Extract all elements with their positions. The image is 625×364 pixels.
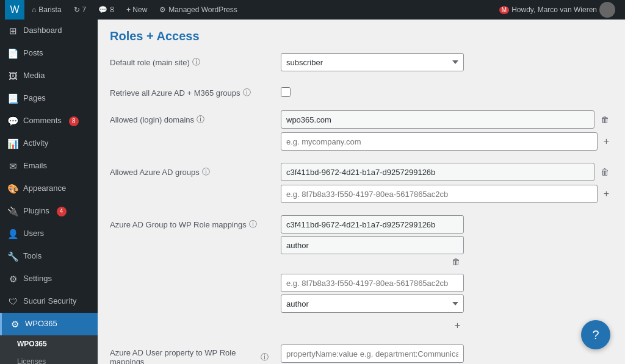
sidebar-subitem-wpo365-main[interactable]: WPO365 [0, 335, 98, 353]
sidebar-label-activity: Activity [23, 138, 48, 149]
allowed-domains-existing-input[interactable] [281, 110, 594, 129]
site-icon: ⌂ [32, 5, 36, 14]
wpo365-icon: ⚙ [9, 318, 20, 330]
sidebar-item-media[interactable]: 🖼 Media [0, 65, 98, 87]
sidebar-item-comments[interactable]: 💬 Comments 8 [0, 110, 98, 132]
role-input-1[interactable] [281, 236, 464, 254]
retrieve-groups-field [281, 84, 613, 97]
group-input-2[interactable] [281, 274, 464, 292]
retrieve-groups-row: Retrieve all Azure AD + M365 groups ⓘ [110, 84, 613, 98]
comments-count: 8 [110, 5, 114, 14]
sidebar-item-wpo365[interactable]: ⚙ WPO365 [0, 313, 98, 335]
sidebar-item-dashboard[interactable]: ⊞ Dashboard [0, 20, 98, 42]
allowed-azure-delete-btn[interactable]: 🗑 [597, 166, 613, 178]
admin-bar-right: M Howdy, Marco van Wieren [494, 2, 620, 18]
main-content: Roles + Access Default role (main site) … [98, 20, 625, 364]
allowed-azure-new-input[interactable] [281, 185, 598, 203]
wp-logo[interactable]: W [5, 0, 24, 20]
tools-icon: 🔧 [7, 250, 18, 263]
updates-count: 7 [82, 5, 87, 14]
retrieve-groups-checkbox[interactable] [281, 87, 291, 97]
allowed-domains-new-row: + [281, 132, 613, 151]
sidebar-item-appearance[interactable]: 🎨 Appearance [0, 177, 98, 200]
azure-user-prop-info-icon[interactable]: ⓘ [261, 352, 269, 363]
admin-bar-greeting[interactable]: M Howdy, Marco van Wieren [494, 2, 620, 18]
sidebar-subitem-licenses[interactable]: Licenses [0, 353, 98, 364]
sidebar-item-plugins[interactable]: 🔌 Plugins 4 [0, 200, 98, 223]
default-role-info-icon[interactable]: ⓘ [192, 57, 200, 68]
mapping-pair-2: author [281, 274, 613, 313]
default-role-select[interactable]: subscriber [281, 53, 464, 71]
sidebar-label-pages: Pages [23, 93, 46, 104]
admin-bar-new[interactable]: + New [121, 0, 152, 20]
sidebar-item-activity[interactable]: 📊 Activity [0, 132, 98, 155]
sidebar-label-plugins: Plugins [23, 205, 49, 216]
default-role-field: subscriber [281, 53, 613, 71]
default-role-row: Default role (main site) ⓘ subscriber [110, 53, 613, 71]
sidebar-item-emails[interactable]: ✉ Emails [0, 155, 98, 177]
allowed-azure-existing-input[interactable] [281, 163, 594, 181]
sidebar-item-settings[interactable]: ⚙ Settings [0, 268, 98, 290]
sidebar-item-posts[interactable]: 📄 Posts [0, 42, 98, 65]
add-mapping-btn[interactable]: + [451, 319, 464, 332]
allowed-domains-delete-btn[interactable]: 🗑 [597, 113, 613, 126]
admin-bar-comments[interactable]: 💬 8 [93, 0, 119, 20]
role-select-2[interactable]: author [281, 294, 464, 313]
sidebar-label-comments: Comments [23, 115, 62, 126]
azure-group-to-wp-role-label: Azure AD Group to WP Role mappings ⓘ [110, 215, 269, 230]
retrieve-groups-label: Retrieve all Azure AD + M365 groups ⓘ [110, 84, 269, 98]
plugins-icon: 🔌 [7, 205, 18, 218]
allowed-azure-groups-info-icon[interactable]: ⓘ [202, 166, 210, 177]
sidebar-label-media: Media [23, 70, 45, 81]
comments-icon: 💬 [7, 115, 18, 127]
site-name: Barista [38, 5, 61, 14]
delete-mapping-1-btn[interactable]: 🗑 [448, 255, 464, 268]
appearance-icon: 🎨 [7, 182, 18, 195]
sidebar-label-posts: Posts [23, 48, 43, 59]
sidebar-item-pages[interactable]: 📃 Pages [0, 87, 98, 110]
comments-icon: 💬 [98, 5, 107, 14]
activity-icon: 📊 [7, 137, 18, 150]
add-mapping-row: + [281, 319, 464, 332]
help-fab[interactable]: ? [581, 320, 610, 349]
sidebar-label-dashboard: Dashboard [23, 25, 62, 36]
sidebar-label-appearance: Appearance [23, 183, 66, 194]
users-icon: 👤 [7, 227, 18, 240]
azure-group-to-wp-role-row: Azure AD Group to WP Role mappings ⓘ 🗑 [110, 215, 613, 332]
pages-icon: 📃 [7, 92, 18, 105]
admin-bar-managed-wp[interactable]: ⚙ Managed WordPress [154, 0, 242, 20]
sidebar-label-emails: Emails [23, 160, 47, 171]
allowed-domains-add-btn[interactable]: + [600, 135, 613, 148]
allowed-domains-new-input[interactable] [281, 132, 598, 151]
azure-group-to-wp-role-field: 🗑 author + [281, 215, 613, 332]
allowed-azure-add-btn[interactable]: + [600, 187, 613, 201]
admin-bar-updates[interactable]: ↻ 7 [69, 0, 92, 20]
sidebar-label-sucuri: Sucuri Security [23, 296, 76, 307]
delete-mapping-1-row: 🗑 [281, 255, 464, 268]
sidebar-item-sucuri[interactable]: 🛡 Sucuri Security [0, 290, 98, 313]
azure-user-prop-row: Azure AD User property to WP Role mappin… [110, 344, 613, 364]
greeting-text: Howdy, Marco van Wieren [511, 5, 597, 14]
page-header: Roles + Access [110, 29, 613, 43]
mapping-pair-1: 🗑 [281, 215, 613, 268]
group-input-1[interactable] [281, 215, 464, 234]
sidebar-item-tools[interactable]: 🔧 Tools [0, 245, 98, 268]
admin-bar: W ⌂ Barista ↻ 7 💬 8 + New ⚙ Managed Word… [0, 0, 625, 20]
azure-group-to-wp-role-info-icon[interactable]: ⓘ [249, 219, 257, 230]
retrieve-groups-info-icon[interactable]: ⓘ [243, 87, 251, 98]
azure-user-prop-input[interactable] [281, 344, 464, 363]
sidebar-submenu-wpo365: WPO365 Licenses Extensions [0, 335, 98, 364]
admin-bar-site[interactable]: ⌂ Barista [27, 0, 67, 20]
azure-user-prop-field: WP Role + [281, 344, 613, 364]
role-select-2-wrapper: author [281, 294, 464, 313]
page-title: Roles + Access [110, 29, 613, 43]
sidebar-item-users[interactable]: 👤 Users [0, 223, 98, 245]
notification-badge: M [499, 6, 509, 14]
sidebar-menu: ⊞ Dashboard 📄 Posts 🖼 Media 📃 Pages 💬 Co… [0, 20, 98, 364]
sucuri-icon: 🛡 [7, 295, 18, 308]
new-label: + New [126, 5, 147, 14]
sidebar-label-users: Users [23, 228, 44, 239]
allowed-domains-label: Allowed (login) domains ⓘ [110, 110, 269, 125]
sidebar-sublabel-wpo365: WPO365 [17, 339, 47, 349]
allowed-domains-info-icon[interactable]: ⓘ [197, 114, 204, 125]
